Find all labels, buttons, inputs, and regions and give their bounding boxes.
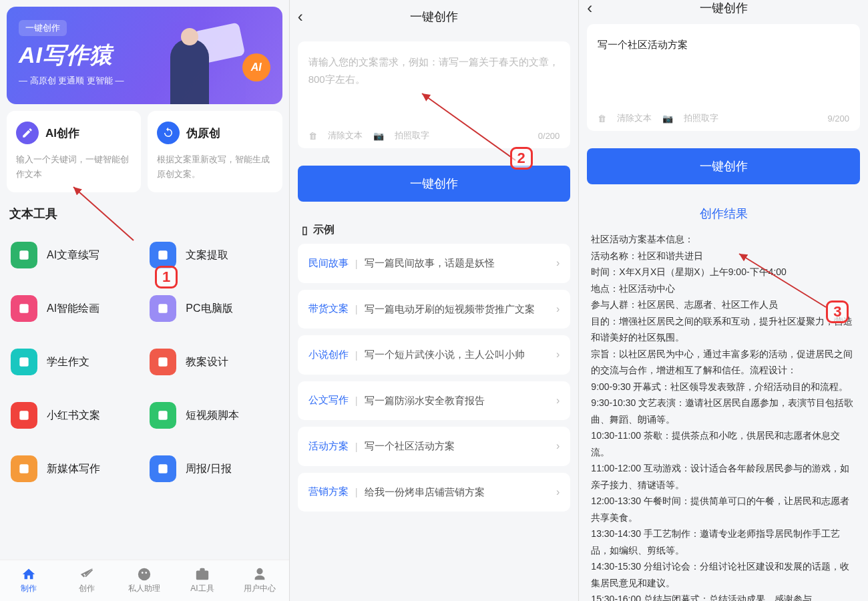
char-counter: 9/200 <box>827 114 849 124</box>
example-prompt: 写一篇电动牙刷的短视频带货推广文案 <box>365 302 550 317</box>
tab-label: 私人助理 <box>128 583 160 594</box>
topbar: ‹ 一键创作 <box>579 0 868 16</box>
ocr-label[interactable]: 拍照取字 <box>684 112 718 124</box>
camera-icon[interactable]: 📷 <box>662 114 673 124</box>
tab-user[interactable]: 用户中心 <box>231 560 289 601</box>
result-body: 社区活动方案基本信息： 活动名称：社区和谐共进日 时间：X年X月X日（星期X）上… <box>591 231 856 601</box>
prompt-input-card[interactable]: 请输入您的文案需求，例如：请写一篇关于春天的文章，800字左右。 🗑清除文本 📷… <box>298 41 571 148</box>
section-title: 文本工具 <box>9 206 280 222</box>
back-icon[interactable]: ‹ <box>587 0 592 17</box>
generate-button[interactable]: 一键创作 <box>298 166 571 202</box>
camera-icon[interactable]: 📷 <box>373 131 384 141</box>
card-rewrite[interactable]: 伪原创 根据文案重新改写，智能生成原创文案。 <box>148 111 282 192</box>
tool-name: 短视频脚本 <box>186 409 239 423</box>
back-icon[interactable]: ‹ <box>298 7 303 26</box>
ocr-label[interactable]: 拍照取字 <box>395 130 429 142</box>
tool-item[interactable]: AI文章续写 <box>5 228 144 282</box>
example-tag: 小说创作 <box>308 349 349 361</box>
hero-illustration <box>149 19 242 104</box>
result-title: 创作结果 <box>579 206 868 222</box>
svg-rect-2 <box>19 305 28 313</box>
example-item[interactable]: 活动方案|写一个社区活动方案› <box>298 427 571 466</box>
card-title: 伪原创 <box>186 126 220 141</box>
char-counter: 0/200 <box>538 131 560 141</box>
tool-icon <box>11 349 37 375</box>
chevron-right-icon: › <box>556 486 560 498</box>
chevron-right-icon: › <box>556 303 560 315</box>
tool-item[interactable]: PC电脑版 <box>144 282 283 335</box>
tool-icon <box>11 455 37 482</box>
example-item[interactable]: 带货文案|写一篇电动牙刷的短视频带货推广文案› <box>298 290 571 329</box>
example-prompt: 写一篇民间故事，话题是妖怪 <box>365 256 550 271</box>
tool-icon <box>11 402 37 429</box>
tool-item[interactable]: 新媒体写作 <box>5 442 144 495</box>
tool-item[interactable]: AI智能绘画 <box>5 282 144 335</box>
trash-icon[interactable]: 🗑 <box>308 131 317 141</box>
prompt-input-card[interactable]: 写一个社区活动方案 🗑清除文本 📷拍照取字 9/200 <box>587 24 860 131</box>
refresh-icon <box>157 122 180 144</box>
example-item[interactable]: 民间故事|写一篇民间故事，话题是妖怪› <box>298 244 571 283</box>
bottom-tabbar: 制作 创作 私人助理 AI工具 用户中心 <box>0 560 289 601</box>
card-desc: 根据文案重新改写，智能生成原创文案。 <box>157 152 272 182</box>
tool-name: 新媒体写作 <box>47 462 100 476</box>
svg-rect-6 <box>19 411 28 420</box>
tool-name: AI文章续写 <box>47 248 99 262</box>
svg-rect-9 <box>159 465 168 473</box>
tool-item[interactable]: 周报/日报 <box>144 442 283 495</box>
prompt-placeholder: 请输入您的文案需求，例如：请写一篇关于春天的文章，800字左右。 <box>308 53 560 123</box>
tool-icon <box>150 242 176 268</box>
tab-label: 制作 <box>21 583 37 594</box>
tool-item[interactable]: 小红书文案 <box>5 389 144 442</box>
example-tag: 带货文案 <box>308 303 349 315</box>
tab-label: AI工具 <box>190 583 214 594</box>
tool-name: PC电脑版 <box>186 302 232 316</box>
pane-home: 一键创作 AI写作猿 — 高原创 更通顺 更智能 — AI AI创作 输入一个关… <box>0 0 290 601</box>
example-prompt: 给我一份烤串店铺营销方案 <box>365 485 550 500</box>
example-item[interactable]: 营销方案|给我一份烤串店铺营销方案› <box>298 473 571 512</box>
card-ai-create[interactable]: AI创作 输入一个关键词，一键智能创作文本 <box>7 111 141 192</box>
tool-name: 周报/日报 <box>186 462 231 476</box>
trash-icon[interactable]: 🗑 <box>598 114 606 124</box>
annotation-number-1: 1 <box>155 266 178 288</box>
clear-text-label[interactable]: 清除文本 <box>617 112 652 124</box>
pencil-icon <box>16 122 39 144</box>
tool-item[interactable]: 教案设计 <box>144 335 283 389</box>
tab-ai-tools[interactable]: AI工具 <box>174 560 232 601</box>
svg-rect-3 <box>159 305 168 313</box>
svg-rect-4 <box>19 358 28 367</box>
clear-text-label[interactable]: 清除文本 <box>328 130 363 142</box>
tab-create[interactable]: 创作 <box>58 560 116 601</box>
bookmark-icon: ▯ <box>302 224 308 236</box>
svg-rect-1 <box>159 251 168 260</box>
example-prompt: 写一个社区活动方案 <box>365 439 550 454</box>
page-title: 一键创作 <box>700 0 748 16</box>
tool-icon <box>150 349 176 375</box>
tab-assistant[interactable]: 私人助理 <box>116 560 174 601</box>
hero-banner[interactable]: 一键创作 AI写作猿 — 高原创 更通顺 更智能 — AI <box>7 7 282 104</box>
chevron-right-icon: › <box>556 349 560 361</box>
tool-item[interactable]: 短视频脚本 <box>144 389 283 442</box>
example-prompt: 写一个短片武侠小说，主人公叫小帅 <box>365 347 550 363</box>
annotation-number-3: 3 <box>826 300 849 323</box>
examples-header: ▯示例 <box>302 223 567 237</box>
example-item[interactable]: 公文写作|写一篇防溺水安全教育报告› <box>298 381 571 421</box>
tool-icon <box>150 295 176 322</box>
annotation-number-2: 2 <box>510 147 533 170</box>
pane-compose-result: ‹ 一键创作 写一个社区活动方案 🗑清除文本 📷拍照取字 9/200 一键创作 … <box>579 0 868 601</box>
tool-name: 文案提取 <box>186 248 228 262</box>
generate-button[interactable]: 一键创作 <box>587 148 860 184</box>
tool-icon <box>11 242 37 268</box>
tool-item[interactable]: 学生作文 <box>5 335 144 389</box>
svg-rect-5 <box>159 358 168 367</box>
tab-make[interactable]: 制作 <box>0 560 58 601</box>
card-title: AI创作 <box>45 126 79 141</box>
svg-rect-0 <box>19 251 28 260</box>
example-item[interactable]: 小说创作|写一个短片武侠小说，主人公叫小帅› <box>298 335 571 375</box>
tool-icon <box>11 295 37 322</box>
tab-label: 用户中心 <box>244 583 276 594</box>
tool-name: 教案设计 <box>186 355 228 369</box>
page-title: 一键创作 <box>410 9 458 25</box>
tool-icon <box>150 455 176 482</box>
topbar: ‹ 一键创作 <box>290 0 579 33</box>
example-tag: 营销方案 <box>308 485 349 498</box>
